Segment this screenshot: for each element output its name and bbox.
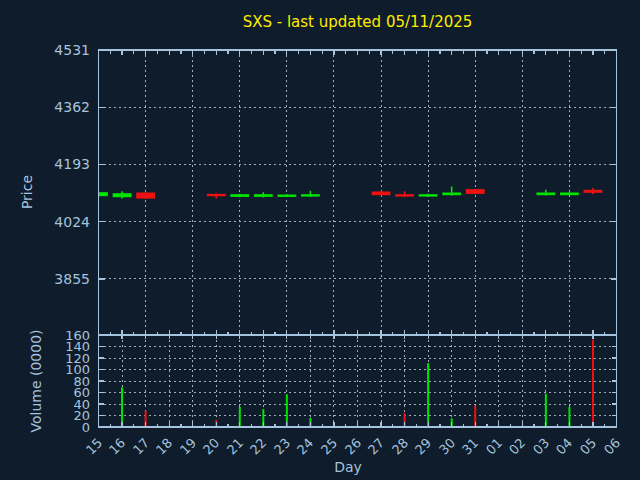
volume-bar-day-05 (592, 340, 594, 427)
volume-tick-label: 0 (0, 420, 90, 435)
candles-layer (89, 186, 602, 199)
candle-body-day-22 (254, 194, 273, 197)
price-axis-label: Price (19, 175, 35, 209)
price-tick-label: 3855 (0, 271, 90, 287)
candle-body-day-20 (207, 194, 226, 196)
candle-body-day-21 (230, 194, 249, 197)
candle-body-day-29 (419, 194, 438, 196)
volume-bar-day-29 (427, 363, 429, 427)
price-tick-label: 4024 (0, 214, 90, 230)
candle-body-day-23 (277, 195, 296, 197)
price-tick-label: 4531 (0, 42, 90, 58)
candle-body-day-03 (536, 193, 555, 196)
candle-body-day-30 (442, 193, 461, 196)
chart-canvas (0, 0, 640, 480)
price-tick-label: 4362 (0, 99, 90, 115)
price-tick-label: 4193 (0, 156, 90, 172)
chart-window: SXS - last updated 05/11/2025 Price Volu… (0, 0, 640, 480)
volume-bar-day-03 (545, 394, 547, 427)
candle-body-day-04 (560, 193, 579, 196)
candle-body-day-17 (136, 193, 155, 199)
candle-body-day-28 (395, 194, 414, 196)
candle-body-day-05 (584, 190, 603, 193)
candle-body-day-24 (301, 194, 320, 196)
chart-title: SXS - last updated 05/11/2025 (98, 13, 617, 31)
volume-bar-day-16 (121, 387, 123, 427)
candle-body-day-31 (466, 189, 485, 194)
candle-body-day-27 (372, 191, 391, 195)
candle-body-day-16 (113, 193, 132, 197)
